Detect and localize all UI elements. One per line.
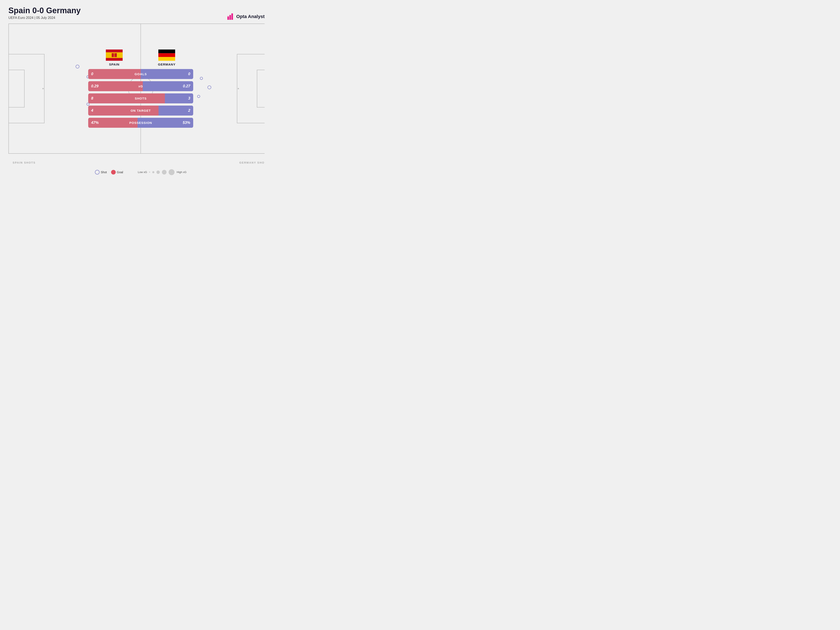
match-title: Spain 0-0 Germany [8,6,265,15]
svg-rect-11 [158,57,175,61]
legend: Shot Goal Low xG High xG [8,169,265,175]
pitch-bottom-labels: SPAIN SHOTS GERMANY SHOTS [8,154,265,166]
pitch-field: SPAIN GERMANY 0 [8,24,265,154]
shots-bar: 8 3 SHOTS [88,93,193,103]
possession-germany: 53% [137,118,193,128]
shots-spain-val: 8 [91,96,93,101]
high-xg-label: High xG [177,171,186,174]
xg-spain-val: 0.29 [91,84,98,88]
goal-icon [111,170,116,175]
spain-shots-label: SPAIN SHOTS [13,161,35,164]
svg-rect-10 [158,53,175,57]
ontarget-spain: 4 [88,106,159,115]
germany-shot-2 [207,85,211,89]
xg-bar: 0.29 0.27 xG [88,81,193,91]
pitch-wrapper: SPAIN GERMANY 0 [8,24,265,166]
xg-dot-5 [169,169,175,175]
opta-logo-icon [227,13,235,21]
header: Spain 0-0 Germany UEFA Euro 2024 | 05 Ju… [8,6,265,20]
logo-text: Opta Analyst [236,14,265,19]
possession-spain-val: 47% [91,120,99,125]
svg-rect-8 [115,53,117,57]
xg-dot-1 [149,172,150,173]
germany-shot-3 [197,95,200,98]
svg-rect-1 [229,15,231,20]
germany-shot-1 [200,77,203,80]
goals-germany: 0 [141,69,193,79]
goals-germany-val: 0 [188,72,190,76]
svg-rect-3 [227,16,229,17]
germany-flag [158,49,175,61]
xg-dot-3 [156,171,160,174]
stats-overlay: SPAIN GERMANY 0 [88,49,193,128]
svg-rect-2 [231,13,233,20]
left-penalty-spot [43,88,44,89]
legend-shot: Shot [95,170,107,175]
svg-rect-9 [158,49,175,53]
svg-rect-0 [227,17,229,20]
spain-flag [106,49,123,61]
goals-bar: 0 0 GOALS [88,69,193,79]
legend-goal: Goal [111,170,123,175]
ontarget-germany: 2 [159,106,193,115]
possession-germany-val: 53% [183,120,190,125]
svg-rect-7 [112,53,114,57]
shots-germany-val: 3 [188,96,190,101]
xg-size-legend: Low xG High xG [138,169,186,175]
spain-block: SPAIN [106,49,123,66]
shots-germany: 3 [165,93,193,103]
ontarget-spain-val: 4 [91,108,93,113]
goals-spain: 0 [88,69,141,79]
shot-icon [95,170,99,175]
spain-name: SPAIN [109,62,120,66]
xg-dot-4 [162,170,167,175]
shots-spain: 8 [88,93,165,103]
shot-label: Shot [101,171,107,174]
germany-shots-label: GERMANY SHOTS [239,161,265,164]
teams-row: SPAIN GERMANY [88,49,193,66]
spain-shot-1 [76,65,79,68]
left-goal-area [9,70,25,107]
ontarget-bar: 4 2 ON TARGET [88,106,193,115]
xg-dot-2 [152,171,154,173]
germany-name: GERMANY [158,62,175,66]
goals-spain-val: 0 [91,72,93,76]
ontarget-germany-val: 2 [188,108,190,113]
low-xg-label: Low xG [138,171,147,174]
goal-label: Goal [117,171,123,174]
right-goal-area [257,70,265,107]
xg-spain: 0.29 [88,81,143,91]
left-goal [8,78,9,99]
match-subtitle: UEFA Euro 2024 | 05 July 2024 [8,16,265,20]
right-penalty-spot [238,88,239,89]
xg-germany: 0.27 [143,81,193,91]
germany-block: GERMANY [158,49,175,66]
possession-bar: 47% 53% POSSESSION [88,118,193,128]
opta-logo: Opta Analyst [227,13,265,21]
xg-germany-val: 0.27 [183,84,190,88]
possession-spain: 47% [88,118,137,128]
